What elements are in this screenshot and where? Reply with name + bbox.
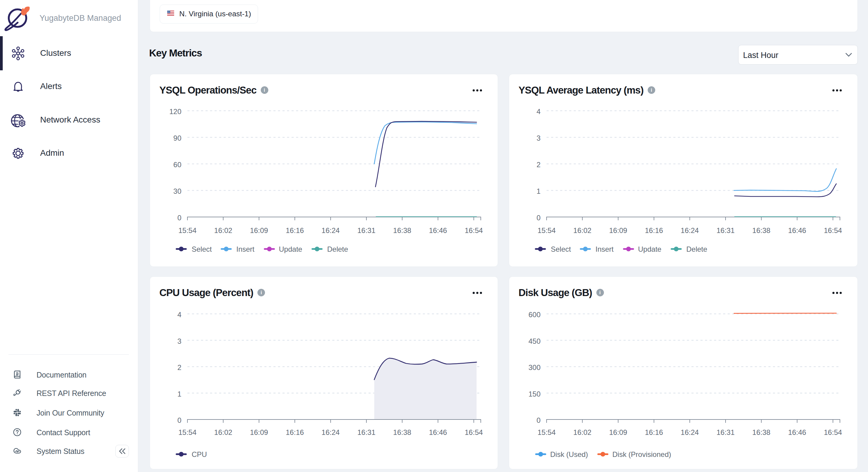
svg-text:15:54: 15:54 (537, 428, 556, 436)
svg-text:16:16: 16:16 (645, 428, 663, 436)
svg-text:4: 4 (178, 311, 181, 319)
svg-text:1: 1 (537, 187, 540, 195)
svg-text:16:54: 16:54 (824, 428, 842, 436)
svg-text:16:16: 16:16 (286, 428, 304, 436)
svg-text:Insert: Insert (595, 245, 614, 253)
svg-text:2: 2 (178, 364, 181, 372)
svg-text:16:09: 16:09 (609, 226, 627, 234)
svg-text:120: 120 (169, 107, 181, 116)
svg-text:16:31: 16:31 (357, 226, 375, 234)
svg-text:60: 60 (173, 161, 181, 169)
svg-text:16:24: 16:24 (681, 428, 699, 436)
svg-text:15:54: 15:54 (178, 226, 196, 234)
svg-text:16:38: 16:38 (393, 226, 411, 234)
svg-text:30: 30 (173, 187, 181, 195)
svg-text:CPU: CPU (192, 450, 207, 459)
svg-text:Disk (Used): Disk (Used) (550, 450, 588, 459)
svg-text:1: 1 (178, 390, 181, 398)
svg-text:16:09: 16:09 (250, 428, 268, 436)
svg-text:16:46: 16:46 (788, 226, 806, 234)
svg-text:16:24: 16:24 (321, 226, 340, 234)
svg-text:0: 0 (537, 214, 540, 222)
svg-text:16:54: 16:54 (824, 226, 842, 234)
svg-text:3: 3 (178, 337, 181, 345)
svg-text:150: 150 (528, 390, 540, 398)
svg-text:3: 3 (537, 134, 540, 142)
svg-text:0: 0 (178, 416, 181, 424)
svg-text:16:02: 16:02 (574, 226, 592, 234)
svg-text:Delete: Delete (686, 245, 707, 253)
svg-text:Select: Select (192, 245, 212, 253)
svg-text:Insert: Insert (236, 245, 254, 253)
svg-text:16:16: 16:16 (286, 226, 304, 234)
svg-text:450: 450 (528, 337, 540, 345)
svg-text:15:54: 15:54 (178, 428, 196, 436)
svg-text:16:38: 16:38 (752, 428, 771, 436)
svg-text:16:38: 16:38 (393, 428, 411, 436)
svg-text:16:46: 16:46 (429, 226, 447, 234)
svg-text:Update: Update (638, 245, 661, 253)
svg-text:Disk (Provisioned): Disk (Provisioned) (612, 450, 671, 459)
svg-text:16:02: 16:02 (574, 428, 592, 436)
svg-text:Delete: Delete (327, 245, 348, 253)
svg-text:16:46: 16:46 (788, 428, 806, 436)
svg-text:16:16: 16:16 (645, 226, 663, 234)
svg-text:16:54: 16:54 (465, 226, 483, 234)
svg-text:16:09: 16:09 (609, 428, 627, 436)
svg-text:90: 90 (173, 134, 181, 142)
svg-text:0: 0 (537, 416, 540, 424)
svg-text:16:24: 16:24 (321, 428, 340, 436)
svg-text:600: 600 (528, 311, 540, 319)
svg-text:4: 4 (537, 107, 540, 116)
svg-text:16:31: 16:31 (716, 226, 735, 234)
svg-text:16:31: 16:31 (357, 428, 375, 436)
svg-text:Select: Select (551, 245, 571, 253)
svg-text:16:09: 16:09 (250, 226, 268, 234)
svg-text:0: 0 (178, 214, 181, 222)
svg-text:16:46: 16:46 (429, 428, 447, 436)
svg-text:16:31: 16:31 (716, 428, 735, 436)
svg-text:16:38: 16:38 (752, 226, 771, 234)
svg-text:16:54: 16:54 (465, 428, 483, 436)
svg-text:2: 2 (537, 161, 540, 169)
svg-text:15:54: 15:54 (537, 226, 556, 234)
svg-text:Update: Update (279, 245, 302, 253)
svg-text:16:02: 16:02 (214, 428, 232, 436)
svg-text:300: 300 (528, 364, 540, 372)
svg-text:16:24: 16:24 (681, 226, 699, 234)
svg-text:16:02: 16:02 (214, 226, 232, 234)
